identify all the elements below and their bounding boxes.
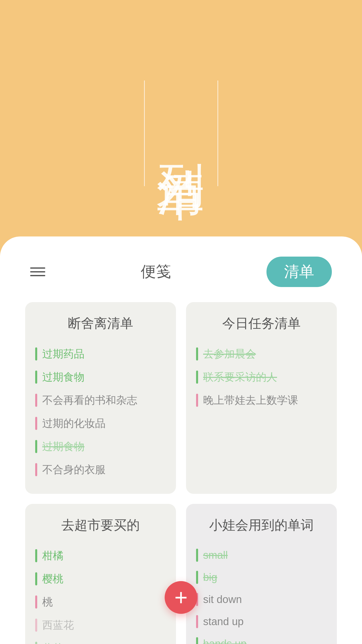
list-title-danshari: 断舍离清单 <box>35 315 166 332</box>
list-item: 不合身的衣服 <box>35 458 166 481</box>
indicator-green <box>35 371 37 384</box>
item-text: 不会再看的书和杂志 <box>42 393 137 407</box>
list-item: stand up <box>196 611 327 633</box>
list-item: 柑橘 <box>35 544 166 567</box>
hero-title: 列清单 <box>155 126 207 141</box>
list-title-tasks: 今日任务清单 <box>196 315 327 332</box>
list-item: 去参加晨会 <box>196 342 327 366</box>
item-text: 晚上带娃去上数学课 <box>203 393 298 407</box>
list-item: 蒜苗 <box>35 637 166 644</box>
list-item: 晚上带娃去上数学课 <box>196 389 327 412</box>
list-title-vocabulary: 小娃会用到的单词 <box>196 516 327 534</box>
title-container: 列清单 <box>144 80 218 186</box>
list-card-tasks: 今日任务清单 去参加晨会 联系要采访的人 晚上带娃去上数学课 <box>186 302 337 494</box>
item-text: 过期药品 <box>42 347 84 361</box>
list-item: big <box>196 566 327 588</box>
list-card-supermarket: 去超市要买的 柑橘 樱桃 桃 西蓝花 蒜苗 <box>25 504 176 644</box>
hero-section: 列清单 <box>0 0 362 236</box>
title-border-left <box>144 80 145 186</box>
list-title-supermarket: 去超市要买的 <box>35 516 166 534</box>
indicator-pink <box>35 417 37 430</box>
list-item: small <box>196 544 327 566</box>
item-text: big <box>203 571 217 583</box>
indicator-green <box>196 571 198 584</box>
item-text: 去参加晨会 <box>203 347 256 361</box>
item-text: hands up <box>203 638 247 644</box>
indicator-pink <box>35 595 37 609</box>
indicator-green <box>35 549 37 562</box>
item-text: 桃 <box>42 595 53 609</box>
plus-icon: + <box>174 585 188 611</box>
indicator-green <box>196 371 198 384</box>
indicator-green <box>35 347 37 360</box>
item-text: 不合身的衣服 <box>42 463 106 477</box>
list-item: 不会再看的书和杂志 <box>35 389 166 412</box>
list-item: 过期食物 <box>35 366 166 389</box>
indicator-pink <box>35 619 37 632</box>
item-text: sit down <box>203 593 242 606</box>
list-item: 西蓝花 <box>35 614 166 637</box>
item-text: 西蓝花 <box>42 618 74 632</box>
list-item: 联系要采访的人 <box>196 366 327 389</box>
indicator-green <box>35 572 37 585</box>
indicator-pink <box>196 394 198 407</box>
item-text: 过期的化妆品 <box>42 416 106 430</box>
list-card-vocabulary: 小娃会用到的单词 small big sit down stand up han… <box>186 504 337 644</box>
item-text: 柑橘 <box>42 549 63 563</box>
notes-tab[interactable]: 便笺 <box>141 262 171 282</box>
indicator-green <box>35 642 37 644</box>
indicator-pink <box>35 394 37 407</box>
list-item: 过期的化妆品 <box>35 412 166 435</box>
indicator-green <box>196 549 198 562</box>
indicator-green <box>196 637 198 644</box>
list-item: 樱桃 <box>35 567 166 590</box>
list-item: sit down <box>196 588 327 611</box>
title-border-right <box>217 80 218 186</box>
nav-bar: 便笺 清单 <box>20 252 342 302</box>
list-item: 过期食物 <box>35 435 166 458</box>
indicator-green <box>196 347 198 360</box>
add-button[interactable]: + <box>165 581 197 614</box>
item-text: stand up <box>203 616 244 628</box>
list-item: 桃 <box>35 590 166 614</box>
list-card-danshari: 断舍离清单 过期药品 过期食物 不会再看的书和杂志 过期的化妆品 过期食物 <box>25 302 176 494</box>
item-text: 过期食物 <box>42 439 84 454</box>
list-tab[interactable]: 清单 <box>266 257 332 287</box>
menu-button[interactable] <box>30 267 45 276</box>
indicator-green <box>35 440 37 453</box>
item-text: 联系要采访的人 <box>203 370 277 384</box>
item-text: small <box>203 549 228 561</box>
indicator-pink <box>196 615 198 628</box>
indicator-pink <box>35 463 37 476</box>
item-text: 过期食物 <box>42 370 84 384</box>
item-text: 樱桃 <box>42 572 63 586</box>
list-item: hands up <box>196 633 327 644</box>
item-text: 蒜苗 <box>42 641 63 644</box>
list-item: 过期药品 <box>35 342 166 366</box>
